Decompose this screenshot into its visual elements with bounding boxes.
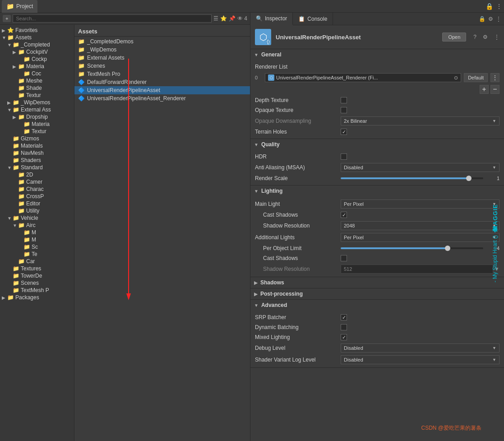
srp-batcher-checkbox[interactable] [341, 314, 347, 320]
tree-item-te[interactable]: 📁 Te [0, 251, 74, 258]
asset-item-urp-renderer[interactable]: 🔷 UniversalRenderPipelineAsset_Renderer [74, 94, 250, 102]
tree-item-packages[interactable]: ▶ 📁 Packages [0, 294, 74, 301]
tree-item-airc[interactable]: ▼ 📁 Airc [0, 222, 74, 229]
help-icon[interactable]: ? [473, 34, 476, 40]
tree-item-coc[interactable]: 📁 Coc [0, 70, 74, 77]
mixed-lighting-checkbox[interactable] [341, 334, 347, 340]
remove-renderer-btn[interactable]: − [490, 85, 499, 94]
more-icon[interactable]: ⋮ [494, 34, 499, 40]
asset-item-external-assets[interactable]: 📁 External Assets [74, 54, 250, 62]
asset-filter-icon[interactable]: 📌 [229, 15, 236, 22]
tree-item-materials2[interactable]: 📁 Materials [0, 142, 74, 149]
tree-item-camera[interactable]: 📁 Camer [0, 178, 74, 186]
tree-item-gizmos[interactable]: 📁 Gizmos [0, 135, 74, 142]
section-advanced-header[interactable]: ▼ Advanced [250, 300, 504, 311]
search-input[interactable] [13, 14, 212, 23]
chevron-down-icon: ▼ [492, 202, 496, 206]
section-general-header[interactable]: ▼ General [250, 49, 504, 60]
scene-filter-icon[interactable]: ☰ [213, 15, 218, 22]
shader-variant-log-dropdown[interactable]: Disabled ▼ [341, 355, 499, 364]
prop-value: 1 [341, 176, 499, 181]
prop-label: Main Light [255, 201, 341, 207]
tree-item-utility[interactable]: 📁 Utility [0, 207, 74, 214]
tree-item-wipdemoss[interactable]: ▶ 📁 _WipDemos [0, 99, 74, 106]
renderer-field[interactable]: ⬡ UniversalRenderPipelineAsset_Renderer … [265, 73, 461, 82]
tree-item-editor[interactable]: 📁 Editor [0, 200, 74, 207]
tree-item-external-ass[interactable]: ▼ 📁 External Ass [0, 106, 74, 113]
cast-shadows-2-checkbox[interactable] [341, 255, 347, 261]
add-button[interactable]: + [3, 15, 11, 22]
cast-shadows-1-checkbox[interactable] [341, 212, 347, 218]
section-quality-header[interactable]: ▼ Quality [250, 139, 504, 150]
tree-item-shaders2[interactable]: 📁 Shaders [0, 157, 74, 164]
arrow-icon: ▶ [13, 115, 18, 120]
tree-item-textures[interactable]: 📁 Textur [0, 92, 74, 99]
render-scale-slider[interactable]: 1 [341, 176, 499, 181]
tree-item-2d[interactable]: 📁 2D [0, 171, 74, 178]
tree-item-navmesh[interactable]: 📁 NavMesh [0, 149, 74, 157]
tree-item-m2[interactable]: 📁 M [0, 236, 74, 243]
tree-item-dropship[interactable]: ▶ 📁 Dropship [0, 113, 74, 121]
settings-icon[interactable]: ⚙ [488, 16, 493, 22]
tab-inspector[interactable]: 🔍 Inspector [250, 13, 293, 25]
tree-item-crossp[interactable]: 📁 CrossP [0, 193, 74, 200]
depth-texture-checkbox[interactable] [341, 97, 347, 103]
section-shadows-header[interactable]: ▶ Shadows [250, 277, 504, 288]
tree-item-car[interactable]: 📁 Car [0, 258, 74, 265]
debug-level-dropdown[interactable]: Disabled ▼ [341, 344, 499, 353]
tree-item-standard[interactable]: ▼ 📁 Standard [0, 164, 74, 171]
asset-item-urp[interactable]: 🔷 UniversalRenderPipelineAsset [74, 86, 250, 94]
settings-icon2[interactable]: ⚙ [483, 34, 488, 40]
asset-item-textmesh[interactable]: 📁 TextMesh Pro [74, 70, 250, 78]
tree-item-assets[interactable]: ▼ 📁 Assets [0, 34, 74, 41]
tree-item-scenes[interactable]: 📁 Scenes [0, 279, 74, 287]
dynamic-batching-checkbox[interactable] [341, 324, 347, 330]
tree-item-cockpitv[interactable]: ▶ 📁 CockpitV [0, 48, 74, 56]
section-postprocessing-header[interactable]: ▶ Post-processing [250, 288, 504, 299]
tree-item-textures2[interactable]: 📁 Textures [0, 265, 74, 272]
tree-item-label: Gizmos [21, 135, 39, 142]
per-object-limit-slider[interactable]: 4 [341, 246, 499, 251]
section-lighting-header[interactable]: ▼ Lighting [250, 186, 504, 196]
terrain-holes-checkbox[interactable] [341, 129, 347, 135]
tree-item-towerde[interactable]: 📁 TowerDe [0, 272, 74, 279]
tree-item-sc[interactable]: 📁 Sc [0, 243, 74, 251]
tree-item-textur2[interactable]: 📁 Textur [0, 128, 74, 135]
lock-icon[interactable]: 🔒 [479, 16, 486, 22]
tree-item-favorites[interactable]: ▶ ⭐ Favorites [0, 27, 74, 34]
tree-item-materials[interactable]: ▶ 📁 Materia [0, 63, 74, 70]
add-renderer-btn[interactable]: + [480, 85, 489, 94]
project-tab[interactable]: 📁 Project [2, 0, 37, 13]
shadow-resolution-1-dropdown[interactable]: 2048 ▼ [341, 221, 499, 230]
tree-item-completed[interactable]: ▼ 📁 _Completed [0, 41, 74, 48]
lock-icon[interactable]: 🔒 [486, 3, 493, 10]
tree-item-m1[interactable]: 📁 M [0, 229, 74, 236]
open-button[interactable]: Open [442, 32, 466, 42]
opaque-downsampling-dropdown[interactable]: 2x Bilinear ▼ [341, 116, 499, 125]
tree-item-shaders[interactable]: 📁 Shade [0, 84, 74, 92]
menu-icon[interactable]: ⋮ [496, 3, 502, 10]
tree-item-character[interactable]: 📁 Charac [0, 186, 74, 193]
slider-thumb[interactable] [445, 246, 450, 251]
asset-title-area: UniversalRenderPipelineAsset [276, 34, 438, 41]
tree-item-materia2[interactable]: 📁 Materia [0, 121, 74, 128]
label-filter-icon[interactable]: ⭐ [220, 15, 227, 22]
asset-item-completeddemos[interactable]: 📁 _CompletedDemos [74, 37, 250, 46]
asset-item-defaultforward[interactable]: 🔷 DefaultForwardRenderer [74, 78, 250, 86]
anti-aliasing-dropdown[interactable]: Disabled ▼ [341, 163, 499, 172]
opaque-texture-checkbox[interactable] [341, 107, 347, 113]
main-light-dropdown[interactable]: Per Pixel ▼ [341, 200, 499, 209]
asset-item-wipmdemos[interactable]: 📁 _WipDemos [74, 46, 250, 54]
tree-item-vehicle[interactable]: ▼ 📁 Vehicle [0, 214, 74, 222]
menu-icon[interactable]: ⋮ [496, 16, 501, 22]
tree-item-cockp[interactable]: 📁 Cockp [0, 56, 74, 63]
asset-item-scenes[interactable]: 📁 Scenes [74, 62, 250, 70]
tab-console[interactable]: 📋 Console [293, 13, 333, 25]
tree-item-meshes[interactable]: 📁 Meshe [0, 77, 74, 84]
slider-thumb[interactable] [466, 176, 472, 181]
renderer-menu-btn[interactable]: ⋮ [490, 73, 499, 82]
tree-item-textmesh[interactable]: 📁 TextMesh P [0, 287, 74, 294]
additional-lights-dropdown[interactable]: Per Pixel ▼ [341, 233, 499, 242]
visibility-icon[interactable]: 👁 4 [237, 15, 247, 22]
hdr-checkbox[interactable] [341, 153, 347, 160]
